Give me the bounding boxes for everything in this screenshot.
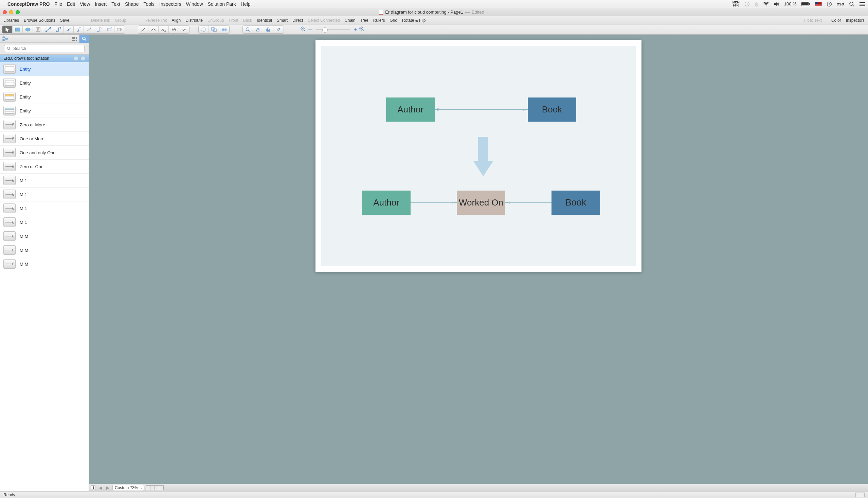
sidebar-library-header[interactable]: ERD, crow's foot notation [0,55,89,62]
page-pause-icon[interactable]: Ⅱ [91,485,95,490]
tool-connector-7[interactable] [104,26,115,33]
menu-edit[interactable]: Edit [67,1,75,7]
app-name[interactable]: ConceptDraw PRO [8,1,50,7]
tool-pointer[interactable] [2,26,13,33]
tb-rulers[interactable]: Rulers [373,18,385,23]
page-next-button[interactable]: ▶ [105,485,110,490]
tb-save[interactable]: Save... [60,18,73,23]
zoom-in-icon[interactable] [359,26,364,32]
library-item-11[interactable]: M:1 [0,215,89,229]
library-item-4[interactable]: Zero or More [0,118,89,132]
canvas-scroll[interactable]: Author Book Author Worked On Book [89,35,868,484]
entity-book-top[interactable]: Book [528,97,576,122]
volume-icon[interactable] [774,2,779,6]
sidebar-grid-view-button[interactable] [70,35,79,43]
tb-tree[interactable]: Tree [360,18,368,23]
tool-rect[interactable] [13,26,23,33]
tool-polyline[interactable] [169,26,179,33]
entity-book-bottom[interactable]: Book [551,191,600,215]
entity-author-bottom[interactable]: Author [362,191,411,215]
library-item-12[interactable]: M:M [0,229,89,243]
menu-text[interactable]: Text [111,1,120,7]
library-close-icon[interactable] [80,56,85,61]
tool-connector-4[interactable] [74,26,84,33]
tool-connector-3[interactable] [64,26,74,33]
wifi-icon[interactable] [763,2,769,6]
entity-author-top[interactable]: Author [386,97,435,122]
zoom-minus-icon[interactable]: — [308,27,312,32]
menu-help[interactable]: Help [241,1,251,7]
tool-region-2[interactable] [209,26,219,33]
tool-spline[interactable] [159,26,169,33]
tb-rotate-flip[interactable]: Rotate & Flip [402,18,426,23]
spotlight-icon[interactable] [849,1,854,7]
bluetooth-icon[interactable] [755,1,758,7]
library-item-14[interactable]: M:M [0,257,89,271]
connector-author-book[interactable] [435,109,528,110]
tool-connector-6[interactable] [94,26,104,33]
input-source-flag-icon[interactable] [815,2,822,6]
user-label[interactable]: cso [837,1,844,6]
tool-pan[interactable] [253,26,263,33]
page-thumbnails[interactable] [146,485,164,490]
down-arrow-shape[interactable] [473,137,493,176]
tb-color[interactable]: Color [831,18,841,23]
tb-distribute[interactable]: Distribute [185,18,203,23]
tool-line[interactable] [138,26,148,33]
sidebar-library-list[interactable]: EntityEntityEntityEntityZero or MoreOne … [0,62,89,491]
tb-smart[interactable]: Smart [277,18,288,23]
menu-list-icon[interactable] [859,2,865,6]
tool-insert-shape[interactable] [115,26,125,33]
library-item-6[interactable]: One and only One [0,146,89,160]
tb-browse-solutions[interactable]: Browse Solutions [24,18,55,23]
library-save-icon[interactable] [74,56,78,61]
menu-shape[interactable]: Shape [125,1,138,7]
time-machine-icon[interactable] [744,1,750,7]
page-prev-button[interactable]: ◀ [97,485,103,490]
sidebar-search-view-button[interactable] [79,35,89,43]
tool-ellipse[interactable] [23,26,33,33]
status-right-boxes[interactable] [856,493,865,497]
tool-region-3[interactable] [219,26,229,33]
tool-freehand[interactable] [179,26,189,33]
menu-inspectors[interactable]: Inspectors [159,1,181,7]
library-item-2[interactable]: Entity [0,90,89,104]
menu-solution-park[interactable]: Solution Park [208,1,236,7]
zoom-out-icon[interactable] [300,26,306,32]
library-item-1[interactable]: Entity [0,76,89,90]
tool-arc[interactable] [148,26,159,33]
entity-worked-on[interactable]: Worked On [457,191,505,215]
library-item-0[interactable]: Entity [0,62,89,76]
menu-insert[interactable]: Insert [95,1,107,7]
tb-direct[interactable]: Direct [292,18,303,23]
zoom-slider[interactable] [316,29,350,30]
sidebar-tree-button[interactable] [0,35,10,43]
tool-connector-5[interactable] [84,26,94,33]
tb-grid[interactable]: Grid [389,18,397,23]
connector-worked-book[interactable] [505,202,551,203]
tool-zoom[interactable] [243,26,253,33]
menu-window[interactable]: Window [186,1,203,7]
tool-connector-2[interactable] [53,26,64,33]
tb-inspectors[interactable]: Inspectors [846,18,865,23]
tb-libraries[interactable]: Libraries [3,18,19,23]
tb-identical[interactable]: Identical [257,18,272,23]
page[interactable]: Author Book Author Worked On Book [321,46,636,266]
battery-icon[interactable] [801,2,810,6]
tool-stamp[interactable] [263,26,273,33]
library-item-9[interactable]: M:1 [0,187,89,201]
tool-connector-1[interactable] [43,26,53,33]
title-dropdown-icon[interactable]: ⌄ [486,10,489,14]
menu-file[interactable]: File [54,1,62,7]
library-item-13[interactable]: M:M [0,243,89,257]
tool-text[interactable] [33,26,43,33]
library-item-3[interactable]: Entity [0,104,89,118]
sidebar-search-input[interactable] [4,45,84,52]
clock-icon[interactable] [827,1,832,7]
connector-author-worked[interactable] [411,202,457,203]
menu-tools[interactable]: Tools [143,1,155,7]
library-item-7[interactable]: Zero or One [0,160,89,174]
library-item-10[interactable]: M:1 [0,201,89,215]
zoom-select[interactable]: Custom 73% [112,485,144,491]
tool-eyedropper[interactable] [273,26,283,33]
